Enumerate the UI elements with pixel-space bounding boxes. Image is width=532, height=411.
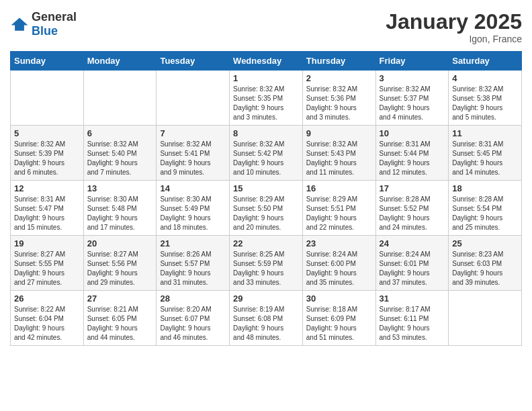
day-info: Sunrise: 8:22 AM Sunset: 6:04 PM Dayligh… [14,305,80,342]
calendar-header-row: SundayMondayTuesdayWednesdayThursdayFrid… [11,52,522,71]
svg-marker-0 [11,17,28,30]
day-info: Sunrise: 8:32 AM Sunset: 5:39 PM Dayligh… [14,140,80,177]
calendar-cell: 20Sunrise: 8:27 AM Sunset: 5:56 PM Dayli… [83,236,157,291]
calendar-cell: 12Sunrise: 8:31 AM Sunset: 5:47 PM Dayli… [11,181,84,236]
calendar-cell: 25Sunrise: 8:23 AM Sunset: 6:03 PM Dayli… [449,236,522,291]
day-of-week-header: Sunday [11,52,84,71]
calendar-cell: 5Sunrise: 8:32 AM Sunset: 5:39 PM Daylig… [11,126,84,181]
day-number: 23 [306,238,372,248]
day-info: Sunrise: 8:32 AM Sunset: 5:43 PM Dayligh… [306,140,372,177]
day-number: 10 [380,128,445,138]
day-info: Sunrise: 8:29 AM Sunset: 5:50 PM Dayligh… [233,195,299,232]
day-number: 19 [14,238,80,248]
calendar-cell: 29Sunrise: 8:19 AM Sunset: 6:08 PM Dayli… [230,291,303,346]
day-number: 7 [160,128,226,138]
calendar-cell: 18Sunrise: 8:28 AM Sunset: 5:54 PM Dayli… [449,181,522,236]
day-number: 16 [306,183,372,193]
day-number: 6 [87,128,153,138]
day-number: 28 [160,293,226,304]
day-info: Sunrise: 8:31 AM Sunset: 5:44 PM Dayligh… [380,140,445,177]
day-of-week-header: Saturday [449,52,522,71]
calendar-week-row: 19Sunrise: 8:27 AM Sunset: 5:55 PM Dayli… [11,236,522,291]
day-number: 22 [233,238,299,248]
day-number: 21 [160,238,226,248]
calendar-cell: 15Sunrise: 8:29 AM Sunset: 5:50 PM Dayli… [230,181,303,236]
day-info: Sunrise: 8:27 AM Sunset: 5:56 PM Dayligh… [87,250,153,287]
calendar-cell: 8Sunrise: 8:32 AM Sunset: 5:42 PM Daylig… [230,126,303,181]
calendar-cell: 11Sunrise: 8:31 AM Sunset: 5:45 PM Dayli… [449,126,522,181]
page-header: General Blue January 2025 Igon, France [10,10,522,44]
day-number: 20 [87,238,153,248]
day-number: 1 [233,73,299,83]
day-info: Sunrise: 8:24 AM Sunset: 6:00 PM Dayligh… [306,250,372,287]
day-info: Sunrise: 8:32 AM Sunset: 5:36 PM Dayligh… [306,85,372,122]
day-number: 27 [87,293,153,304]
calendar-cell: 9Sunrise: 8:32 AM Sunset: 5:43 PM Daylig… [302,126,375,181]
title-block: January 2025 Igon, France [386,10,522,44]
day-number: 25 [452,238,518,248]
calendar-cell [157,71,230,126]
calendar-cell: 27Sunrise: 8:21 AM Sunset: 6:05 PM Dayli… [83,291,157,346]
day-number: 14 [160,183,226,193]
day-info: Sunrise: 8:26 AM Sunset: 5:57 PM Dayligh… [160,250,226,287]
day-number: 29 [233,293,299,304]
day-info: Sunrise: 8:24 AM Sunset: 6:01 PM Dayligh… [380,250,445,287]
day-number: 24 [380,238,445,248]
day-info: Sunrise: 8:31 AM Sunset: 5:45 PM Dayligh… [452,140,518,177]
day-of-week-header: Thursday [302,52,375,71]
calendar-cell: 21Sunrise: 8:26 AM Sunset: 5:57 PM Dayli… [157,236,230,291]
day-info: Sunrise: 8:30 AM Sunset: 5:48 PM Dayligh… [87,195,153,232]
day-info: Sunrise: 8:17 AM Sunset: 6:11 PM Dayligh… [380,305,445,342]
day-number: 26 [14,293,80,304]
calendar-cell: 7Sunrise: 8:32 AM Sunset: 5:41 PM Daylig… [157,126,230,181]
day-number: 15 [233,183,299,193]
day-number: 5 [14,128,80,138]
logo-general: General [32,10,77,24]
calendar-cell [83,71,157,126]
calendar-cell: 2Sunrise: 8:32 AM Sunset: 5:36 PM Daylig… [302,71,375,126]
day-number: 3 [380,73,445,83]
day-number: 31 [380,293,445,304]
calendar-cell: 4Sunrise: 8:32 AM Sunset: 5:38 PM Daylig… [449,71,522,126]
calendar-table: SundayMondayTuesdayWednesdayThursdayFrid… [10,51,522,346]
month-title: January 2025 [386,10,522,34]
day-info: Sunrise: 8:19 AM Sunset: 6:08 PM Dayligh… [233,305,299,342]
calendar-cell: 17Sunrise: 8:28 AM Sunset: 5:52 PM Dayli… [375,181,449,236]
calendar-cell: 19Sunrise: 8:27 AM Sunset: 5:55 PM Dayli… [11,236,84,291]
day-number: 4 [452,73,518,83]
day-of-week-header: Tuesday [157,52,230,71]
day-info: Sunrise: 8:32 AM Sunset: 5:38 PM Dayligh… [452,85,518,122]
day-info: Sunrise: 8:28 AM Sunset: 5:52 PM Dayligh… [380,195,445,232]
day-info: Sunrise: 8:32 AM Sunset: 5:41 PM Dayligh… [160,140,226,177]
day-number: 11 [452,128,518,138]
day-of-week-header: Wednesday [230,52,303,71]
day-info: Sunrise: 8:25 AM Sunset: 5:59 PM Dayligh… [233,250,299,287]
day-info: Sunrise: 8:27 AM Sunset: 5:55 PM Dayligh… [14,250,80,287]
calendar-cell: 30Sunrise: 8:18 AM Sunset: 6:09 PM Dayli… [302,291,375,346]
day-info: Sunrise: 8:23 AM Sunset: 6:03 PM Dayligh… [452,250,518,287]
calendar-cell: 31Sunrise: 8:17 AM Sunset: 6:11 PM Dayli… [375,291,449,346]
day-info: Sunrise: 8:21 AM Sunset: 6:05 PM Dayligh… [87,305,153,342]
calendar-cell: 26Sunrise: 8:22 AM Sunset: 6:04 PM Dayli… [11,291,84,346]
day-info: Sunrise: 8:32 AM Sunset: 5:42 PM Dayligh… [233,140,299,177]
day-of-week-header: Monday [83,52,157,71]
location: Igon, France [386,34,522,44]
day-number: 17 [380,183,445,193]
day-info: Sunrise: 8:32 AM Sunset: 5:35 PM Dayligh… [233,85,299,122]
logo-icon [10,17,29,32]
logo-blue: Blue [32,24,58,38]
day-info: Sunrise: 8:20 AM Sunset: 6:07 PM Dayligh… [160,305,226,342]
calendar-week-row: 1Sunrise: 8:32 AM Sunset: 5:35 PM Daylig… [11,71,522,126]
calendar-cell [11,71,84,126]
day-info: Sunrise: 8:30 AM Sunset: 5:49 PM Dayligh… [160,195,226,232]
calendar-cell: 22Sunrise: 8:25 AM Sunset: 5:59 PM Dayli… [230,236,303,291]
calendar-cell [449,291,522,346]
calendar-cell: 16Sunrise: 8:29 AM Sunset: 5:51 PM Dayli… [302,181,375,236]
day-of-week-header: Friday [375,52,449,71]
logo: General Blue [10,10,77,38]
day-number: 8 [233,128,299,138]
day-number: 2 [306,73,372,83]
calendar-cell: 10Sunrise: 8:31 AM Sunset: 5:44 PM Dayli… [375,126,449,181]
calendar-cell: 3Sunrise: 8:32 AM Sunset: 5:37 PM Daylig… [375,71,449,126]
calendar-cell: 13Sunrise: 8:30 AM Sunset: 5:48 PM Dayli… [83,181,157,236]
